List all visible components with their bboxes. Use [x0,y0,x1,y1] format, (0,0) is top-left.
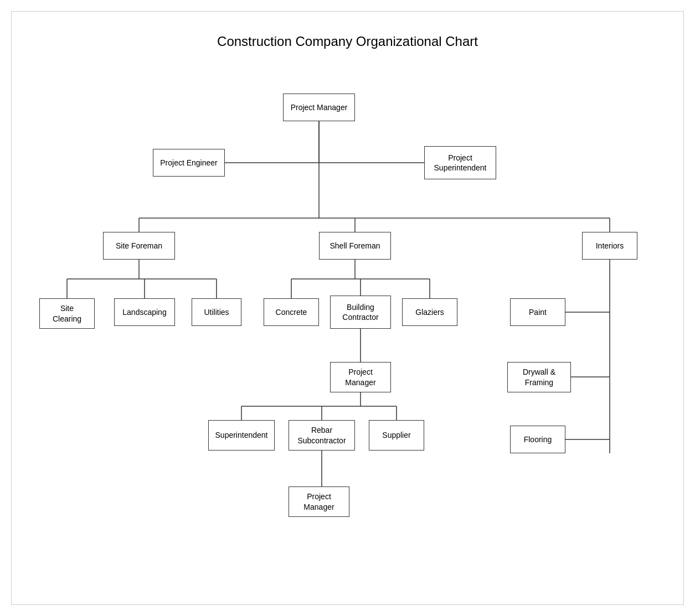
node-drywall-framing: Drywall &Framing [507,362,571,392]
node-project-superintendent: ProjectSuperintendent [424,146,496,179]
node-concrete: Concrete [264,298,319,326]
node-utilities: Utilities [192,298,241,326]
node-landscaping: Landscaping [114,298,175,326]
node-project-manager-3: ProjectManager [289,486,349,517]
node-building-contractor: BuildingContractor [330,296,391,329]
node-glaziers: Glaziers [402,298,457,326]
node-flooring: Flooring [510,426,565,453]
node-interiors: Interiors [582,232,637,260]
page: Construction Company Organizational Char… [11,11,684,605]
node-project-engineer: Project Engineer [153,149,225,177]
node-site-foreman: Site Foreman [103,232,175,260]
connector-lines [12,60,683,603]
node-paint: Paint [510,298,565,326]
node-rebar-subcontractor: RebarSubcontractor [289,420,355,451]
node-shell-foreman: Shell Foreman [319,232,391,260]
node-supplier: Supplier [369,420,424,451]
chart-title: Construction Company Organizational Char… [12,12,683,60]
node-project-manager-2: ProjectManager [330,362,391,392]
chart-area: Project Manager Project Engineer Project… [12,60,683,603]
node-superintendent: Superintendent [208,420,275,451]
node-project-manager-top: Project Manager [283,94,355,121]
node-site-clearing: SiteClearing [39,298,95,329]
